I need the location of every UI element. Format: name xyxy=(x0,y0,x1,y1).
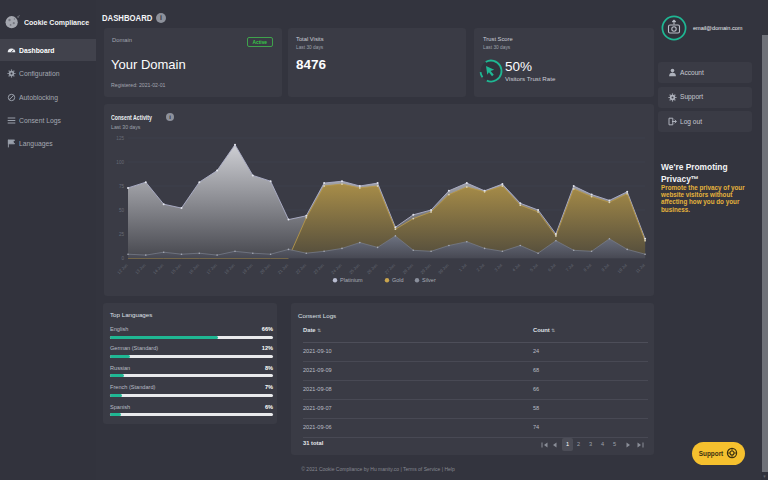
svg-text:20 Jun: 20 Jun xyxy=(259,262,272,275)
svg-text:29 Jun: 29 Jun xyxy=(419,262,432,275)
svg-text:8 Jul: 8 Jul xyxy=(583,263,593,273)
svg-text:125: 125 xyxy=(116,136,124,141)
svg-text:18 Jun: 18 Jun xyxy=(223,262,236,275)
svg-text:1 Jul: 1 Jul xyxy=(458,263,468,273)
svg-text:2 Jul: 2 Jul xyxy=(476,263,486,273)
svg-text:Gold: Gold xyxy=(392,277,404,283)
svg-text:27 Jun: 27 Jun xyxy=(384,262,397,275)
svg-text:6 Jul: 6 Jul xyxy=(547,263,557,273)
svg-text:24 Jun: 24 Jun xyxy=(330,262,343,275)
svg-text:12 Jun: 12 Jun xyxy=(116,262,129,275)
svg-text:0: 0 xyxy=(121,256,124,261)
svg-text:14 Jun: 14 Jun xyxy=(152,262,165,275)
svg-text:17 Jun: 17 Jun xyxy=(205,262,218,275)
svg-text:21 Jun: 21 Jun xyxy=(277,262,290,275)
svg-text:7 Jul: 7 Jul xyxy=(565,263,575,273)
svg-text:11 Jul: 11 Jul xyxy=(635,263,646,274)
svg-text:Silver: Silver xyxy=(422,277,436,283)
svg-text:26 Jun: 26 Jun xyxy=(366,262,379,275)
svg-text:16 Jun: 16 Jun xyxy=(188,262,201,275)
svg-text:10 Jul: 10 Jul xyxy=(616,263,627,274)
svg-text:100: 100 xyxy=(116,160,124,165)
svg-text:25 Jun: 25 Jun xyxy=(348,262,361,275)
svg-text:28 Jun: 28 Jun xyxy=(402,262,415,275)
svg-text:22 Jun: 22 Jun xyxy=(295,262,308,275)
svg-text:50: 50 xyxy=(119,208,125,213)
svg-text:15 Jun: 15 Jun xyxy=(170,262,183,275)
svg-text:4 Jul: 4 Jul xyxy=(511,263,521,273)
svg-text:Platinium: Platinium xyxy=(340,277,363,283)
svg-text:23 Jun: 23 Jun xyxy=(312,262,325,275)
svg-text:9 Jul: 9 Jul xyxy=(600,263,610,273)
svg-text:3 Jul: 3 Jul xyxy=(493,263,503,273)
svg-text:25: 25 xyxy=(119,232,125,237)
svg-text:30 Jun: 30 Jun xyxy=(437,262,450,275)
svg-text:13 Jun: 13 Jun xyxy=(134,262,147,275)
svg-text:5 Jul: 5 Jul xyxy=(529,263,539,273)
svg-text:19 Jun: 19 Jun xyxy=(241,262,254,275)
svg-text:75: 75 xyxy=(119,184,125,189)
